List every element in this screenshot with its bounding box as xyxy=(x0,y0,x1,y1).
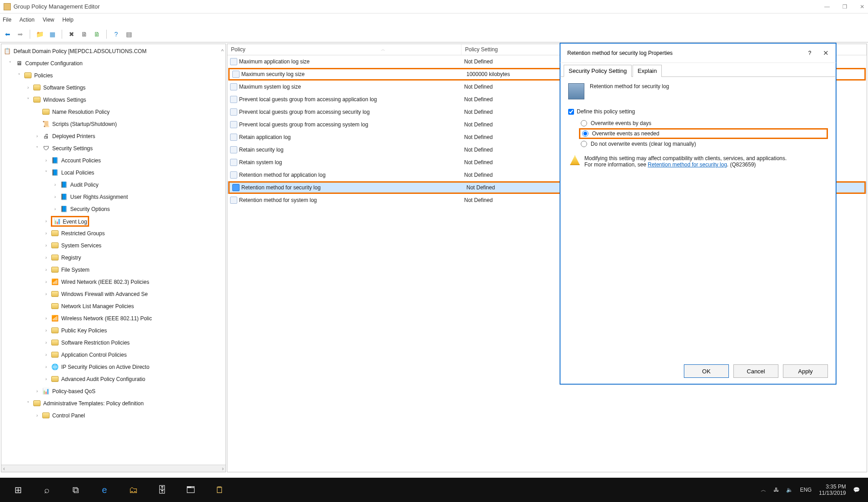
highlight-box: 📊 Event Log xyxy=(51,216,89,227)
tree-scripts[interactable]: Scripts (Startup/Shutdown) xyxy=(52,121,117,127)
tree-accpol[interactable]: Account Policies xyxy=(61,157,101,164)
tree-ura[interactable]: User Rights Assignment xyxy=(70,194,128,200)
help-button[interactable]: ? xyxy=(808,50,811,56)
policy-item-icon xyxy=(230,83,237,90)
policy-item-icon xyxy=(230,171,237,179)
computer-icon: 🖥 xyxy=(15,59,23,67)
close-button[interactable]: ✕ xyxy=(860,4,864,10)
tab-security-policy-setting[interactable]: Security Policy Setting xyxy=(564,65,632,77)
security-icon: 🛡 xyxy=(42,144,50,152)
language-indicator[interactable]: ENG xyxy=(800,487,812,493)
tree-syssvc[interactable]: System Services xyxy=(61,242,101,249)
tree-softrestrict[interactable]: Software Restriction Policies xyxy=(61,340,130,346)
tab-explain[interactable]: Explain xyxy=(633,65,662,77)
policy-item-icon xyxy=(230,121,237,128)
start-button[interactable]: ⊞ xyxy=(4,478,32,502)
tree-eventlog[interactable]: Event Log xyxy=(63,218,87,224)
notepad-icon[interactable]: 🗒 xyxy=(205,478,234,502)
policy-large-icon xyxy=(568,83,584,99)
menu-view[interactable]: View xyxy=(43,17,54,23)
overwrite-by-days-radio[interactable] xyxy=(581,120,587,126)
folder-icon xyxy=(33,97,41,103)
tree-nameres[interactable]: Name Resolution Policy xyxy=(52,109,109,115)
tree-pane: 📋Default Domain Policy [MEPDC1.ADSOLUTIO… xyxy=(1,44,226,472)
network-icon: 📶 xyxy=(51,314,59,323)
up-button[interactable]: 📁 xyxy=(35,29,45,39)
main-area: 📋Default Domain Policy [MEPDC1.ADSOLUTIO… xyxy=(0,42,868,473)
folder-icon xyxy=(42,109,50,115)
ie-icon[interactable]: e xyxy=(90,478,119,502)
tree-filesys[interactable]: File System xyxy=(61,267,90,273)
tree-secopt[interactable]: Security Options xyxy=(70,206,110,212)
overwrite-as-needed-radio[interactable] xyxy=(582,130,588,137)
tree-wireless[interactable]: Wireless Network (IEEE 802.11) Polic xyxy=(61,315,152,322)
tree-advaudit[interactable]: Advanced Audit Policy Configuratio xyxy=(61,376,145,382)
define-policy-checkbox[interactable] xyxy=(568,109,574,115)
do-not-overwrite-radio[interactable] xyxy=(581,141,587,147)
folder-icon xyxy=(51,230,59,236)
server-manager-icon[interactable]: 🗄 xyxy=(148,478,176,502)
cancel-button[interactable]: Cancel xyxy=(733,364,778,378)
apply-button[interactable]: Apply xyxy=(783,364,828,378)
tree-registry[interactable]: Registry xyxy=(61,255,81,261)
delete-button[interactable]: ✖ xyxy=(67,29,77,39)
properties-button[interactable]: 🗎 xyxy=(79,29,89,39)
tree-appctrl[interactable]: Application Control Policies xyxy=(61,352,127,358)
tree[interactable]: 📋Default Domain Policy [MEPDC1.ADSOLUTIO… xyxy=(1,44,226,465)
tree-secset[interactable]: Security Settings xyxy=(52,145,93,152)
folder-icon xyxy=(51,340,59,345)
maximize-button[interactable]: ❐ xyxy=(842,4,847,10)
notifications-icon[interactable]: 💬 xyxy=(853,487,860,493)
explorer-icon[interactable]: 🗂 xyxy=(119,478,148,502)
export-button[interactable]: 🗎 xyxy=(92,29,102,39)
tree-computercfg[interactable]: Computer Configuration xyxy=(25,60,82,67)
close-icon[interactable]: ✕ xyxy=(823,49,829,57)
minimize-button[interactable]: — xyxy=(824,4,830,10)
help-button[interactable]: ? xyxy=(111,29,121,39)
do-not-overwrite-label: Do not overwrite events (clear log manua… xyxy=(591,141,696,147)
highlight-box: Overwrite events as needed xyxy=(579,128,828,139)
show-hide-tree-button[interactable]: ▦ xyxy=(47,29,57,39)
policy-name: Maximum application log size xyxy=(239,58,310,65)
folder-icon xyxy=(51,352,59,358)
tree-cpanel[interactable]: Control Panel xyxy=(52,412,85,419)
tree-policies[interactable]: Policies xyxy=(34,72,53,79)
volume-tray-icon[interactable]: 🔈 xyxy=(786,487,793,493)
overwrite-as-needed-label: Overwrite events as needed xyxy=(592,130,659,137)
menu-help[interactable]: Help xyxy=(63,17,74,23)
forward-button[interactable]: ➡ xyxy=(15,29,25,39)
tree-hscrollbar[interactable]: ‹› xyxy=(1,465,226,472)
tree-deployed[interactable]: Deployed Printers xyxy=(52,133,95,139)
menu-file[interactable]: File xyxy=(3,17,11,23)
tree-root[interactable]: Default Domain Policy [MEPDC1.ADSOLUTION… xyxy=(14,48,146,54)
gpmc-taskbar-icon[interactable]: 🗔 xyxy=(176,478,205,502)
tree-wired[interactable]: Wired Network (IEEE 802.3) Policies xyxy=(61,279,149,285)
clock[interactable]: 3:35 PM 11/13/2019 xyxy=(819,484,846,497)
ok-button[interactable]: OK xyxy=(684,364,729,378)
tree-admtpl[interactable]: Administrative Templates: Policy definit… xyxy=(43,400,144,407)
folder-icon xyxy=(51,327,59,333)
task-view-button[interactable]: ⧉ xyxy=(61,478,90,502)
tree-pubkey[interactable]: Public Key Policies xyxy=(61,327,107,334)
warning-link[interactable]: Retention method for security log xyxy=(648,161,727,168)
window-title: Group Policy Management Editor xyxy=(14,3,99,10)
policy-icon: 📘 xyxy=(51,169,59,177)
folder-icon xyxy=(33,400,41,406)
filter-button[interactable]: ▤ xyxy=(124,29,134,39)
tree-softset[interactable]: Software Settings xyxy=(43,85,86,91)
tree-restricted[interactable]: Restricted Groups xyxy=(61,230,105,237)
tray-chevron-icon[interactable]: ︿ xyxy=(761,486,766,494)
tree-winset[interactable]: Windows Settings xyxy=(43,97,86,103)
search-button[interactable]: ⌕ xyxy=(32,478,61,502)
back-button[interactable]: ⬅ xyxy=(3,29,13,39)
tree-firewall[interactable]: Windows Firewall with Advanced Se xyxy=(61,291,148,297)
tree-qos[interactable]: Policy-based QoS xyxy=(52,388,95,394)
tree-netlist[interactable]: Network List Manager Policies xyxy=(61,303,134,309)
app-icon xyxy=(4,3,11,10)
tree-audit[interactable]: Audit Policy xyxy=(70,182,99,188)
tree-localpol[interactable]: Local Policies xyxy=(61,170,94,176)
tree-ipsec[interactable]: IP Security Policies on Active Directo xyxy=(61,364,149,370)
col-policy-header[interactable]: Policy︿ xyxy=(227,44,461,55)
menu-action[interactable]: Action xyxy=(19,17,34,23)
network-tray-icon[interactable]: 🖧 xyxy=(773,487,779,493)
